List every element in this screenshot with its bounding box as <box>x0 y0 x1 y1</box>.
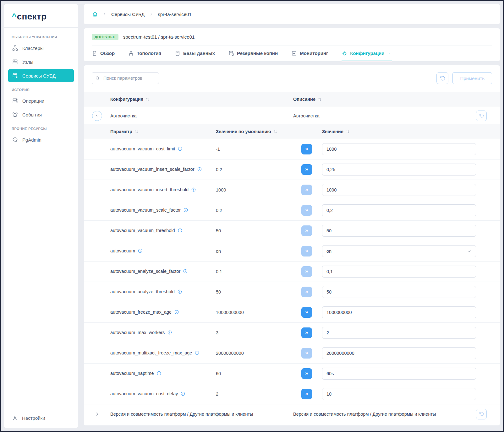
info-icon[interactable] <box>167 330 172 335</box>
param-value-input[interactable] <box>322 204 476 216</box>
tab-topology[interactable]: Топология <box>128 46 161 61</box>
sidebar-item-operations[interactable]: Операции <box>8 94 74 107</box>
param-value-input[interactable] <box>322 143 476 155</box>
expand-group-button[interactable] <box>95 412 100 417</box>
param-default-value: 3 <box>216 330 301 335</box>
group-name: Автоочистка <box>110 113 293 118</box>
copy-default-button[interactable]: » <box>301 307 312 318</box>
param-default-value: 1000 <box>216 187 301 192</box>
sidebar-item-pgadmin[interactable]: PgAdmin <box>8 133 74 146</box>
copy-default-button[interactable]: » <box>301 266 312 277</box>
info-icon[interactable] <box>177 289 182 294</box>
sidebar-item-label: События <box>22 112 42 117</box>
param-row: autovacuumon»on <box>84 241 500 261</box>
info-icon[interactable] <box>178 146 183 151</box>
sidebar-section-title: ПРОЧИЕ РЕСУРСЫ <box>12 127 70 131</box>
param-default-value: 60 <box>216 371 301 376</box>
sort-icon[interactable] <box>273 130 277 134</box>
param-value-input[interactable] <box>322 327 476 339</box>
info-icon[interactable] <box>191 187 196 192</box>
sidebar-item-db-services[interactable]: Сервисы СУБД <box>8 69 74 82</box>
search-box <box>92 72 159 84</box>
breadcrumb-item[interactable]: Сервисы СУБД <box>111 12 145 17</box>
tab-overview[interactable]: Обзор <box>92 46 115 61</box>
search-icon <box>95 76 100 81</box>
tab-monitoring[interactable]: Мониторинг <box>291 46 328 61</box>
copy-default-button[interactable]: » <box>301 225 312 236</box>
info-icon[interactable] <box>174 310 179 315</box>
info-icon[interactable] <box>183 208 188 213</box>
param-name: autovacuum_freeze_max_age <box>110 310 172 315</box>
sort-icon[interactable] <box>346 130 350 134</box>
info-icon[interactable] <box>183 269 188 274</box>
info-icon[interactable] <box>156 371 162 376</box>
info-icon[interactable] <box>194 350 200 355</box>
logo-text: спектр <box>17 12 47 21</box>
reset-group-button[interactable] <box>476 111 487 121</box>
param-row: autovacuum_naptime60» <box>84 363 500 384</box>
param-name: autovacuum_vacuum_cost_limit <box>110 146 175 151</box>
info-icon[interactable] <box>178 228 183 233</box>
sidebar-item-clusters[interactable]: Кластеры <box>8 41 74 55</box>
param-default-value: 50 <box>216 228 301 233</box>
param-value-input[interactable] <box>322 164 476 176</box>
param-value-input[interactable] <box>322 184 476 196</box>
param-value-input[interactable] <box>322 266 476 278</box>
param-value-input[interactable] <box>322 286 476 298</box>
home-icon[interactable] <box>92 11 98 17</box>
sort-icon[interactable] <box>134 130 139 134</box>
param-row: autovacuum_vacuum_threshold50» <box>84 220 500 241</box>
param-value-input[interactable] <box>322 306 476 318</box>
sidebar-item-label: Кластеры <box>22 46 44 51</box>
info-icon[interactable] <box>180 391 185 396</box>
copy-default-button[interactable]: » <box>301 348 312 359</box>
chevron-right-icon <box>149 12 153 16</box>
search-input[interactable] <box>92 72 159 84</box>
param-value-select[interactable]: on <box>322 245 476 257</box>
param-row: autovacuum_max_workers3» <box>84 322 500 343</box>
toolbar-actions: Применить <box>436 72 492 84</box>
select-value: on <box>326 249 331 254</box>
copy-default-button[interactable]: » <box>301 185 312 195</box>
copy-default-button[interactable]: » <box>301 246 312 256</box>
apply-button[interactable]: Применить <box>452 72 492 84</box>
copy-default-button[interactable]: » <box>301 368 312 379</box>
info-icon[interactable] <box>138 248 143 253</box>
copy-default-button[interactable]: » <box>301 205 312 216</box>
param-value-input[interactable] <box>322 225 476 237</box>
param-value-input[interactable] <box>322 388 476 400</box>
copy-default-button[interactable]: » <box>301 287 312 297</box>
param-name: autovacuum_vacuum_insert_threshold <box>110 187 189 192</box>
param-row: autovacuum_analyze_threshold50» <box>84 282 500 302</box>
column-default-value: Значение по умолчанию <box>216 129 301 134</box>
sidebar-item-label: Сервисы СУБД <box>22 73 56 78</box>
tab-databases[interactable]: Базы данных <box>175 46 215 61</box>
copy-default-button[interactable]: » <box>301 144 312 154</box>
copy-default-button[interactable]: » <box>301 164 312 175</box>
sidebar-item-settings[interactable]: Настройки <box>4 408 78 428</box>
tab-backups[interactable]: Резервные копии <box>228 46 278 61</box>
reset-group-button[interactable] <box>476 409 487 419</box>
sidebar-item-events[interactable]: События <box>8 108 74 121</box>
logo-caret: ^ <box>12 12 17 21</box>
param-value-input[interactable] <box>322 347 476 359</box>
sidebar-section-title: ИСТОРИЯ <box>12 88 70 92</box>
breadcrumb-items: Сервисы СУБДspr-ta-service01 <box>102 12 192 17</box>
topology-icon <box>128 51 134 56</box>
sort-icon[interactable] <box>145 97 150 101</box>
backups-icon <box>228 51 234 56</box>
operations-icon <box>12 98 18 104</box>
tab-configurations[interactable]: Конфигурации <box>342 46 392 61</box>
param-value-input[interactable] <box>322 368 476 380</box>
breadcrumb: Сервисы СУБДspr-ta-service01 <box>84 4 500 24</box>
info-icon[interactable] <box>197 167 202 172</box>
reset-all-button[interactable] <box>436 72 448 84</box>
sidebar-item-nodes[interactable]: Узлы <box>8 55 74 68</box>
sort-icon[interactable] <box>318 97 322 101</box>
param-name: autovacuum_vacuum_scale_factor <box>110 208 181 213</box>
collapse-group-button[interactable] <box>92 111 102 121</box>
user-icon <box>12 415 18 421</box>
copy-default-button[interactable]: » <box>301 389 312 399</box>
sidebar-footer-label: Настройки <box>22 415 45 421</box>
copy-default-button[interactable]: » <box>301 327 312 338</box>
